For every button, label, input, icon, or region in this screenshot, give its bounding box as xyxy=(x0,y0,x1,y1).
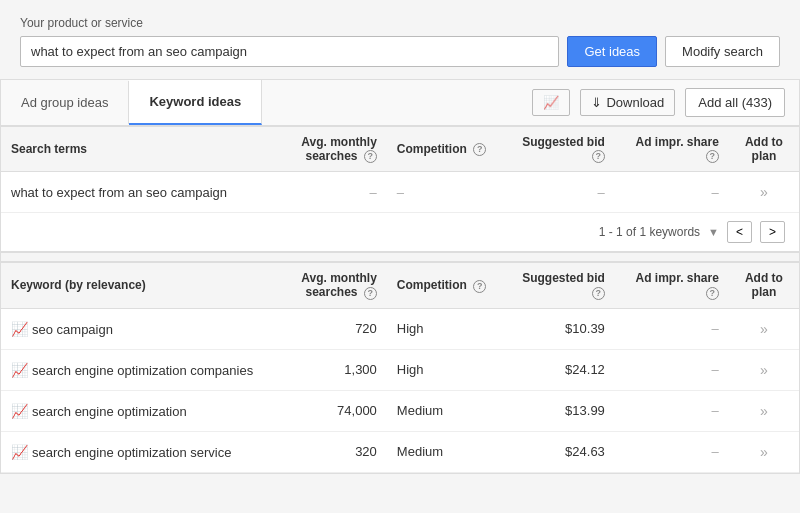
kw-add-chevron-icon[interactable]: » xyxy=(760,362,768,378)
search-term-cell: what to expect from an seo campaign xyxy=(1,172,264,213)
col-header-kw-suggested-bid: Suggested bid ? xyxy=(501,263,615,308)
pagination-row: 1 - 1 of 1 keywords ▼ < > xyxy=(1,213,799,252)
top-search-area: Your product or service Get ideas Modify… xyxy=(0,0,800,80)
col-header-competition: Competition ? xyxy=(387,127,501,172)
kw-ad-impr-help-icon[interactable]: ? xyxy=(706,287,719,300)
keyword-cell: 📈search engine optimization xyxy=(1,390,264,431)
kw-add-chevron-icon[interactable]: » xyxy=(760,321,768,337)
trend-chart-button[interactable]: 📈 xyxy=(532,89,570,116)
kw-competition-help-icon[interactable]: ? xyxy=(473,280,486,293)
kw-avg-monthly-cell: 74,000 xyxy=(264,390,387,431)
kw-add-chevron-icon[interactable]: » xyxy=(760,444,768,460)
search-terms-table: Search terms Avg. monthly searches ? Com… xyxy=(1,126,799,213)
get-ideas-button[interactable]: Get ideas xyxy=(567,36,657,67)
trend-icon: 📈 xyxy=(11,362,28,378)
col-header-suggested-bid: Suggested bid ? xyxy=(501,127,615,172)
table-row: what to expect from an seo campaign – – … xyxy=(1,172,799,213)
table-row: 📈search engine optimization service 320 … xyxy=(1,431,799,472)
kw-suggested-bid-cell: $24.63 xyxy=(501,431,615,472)
pagination-info: 1 - 1 of 1 keywords xyxy=(599,225,700,239)
col-header-kw-ad-impr-share: Ad impr. share ? xyxy=(615,263,729,308)
competition-help-icon[interactable]: ? xyxy=(473,143,486,156)
kw-avg-help-icon[interactable]: ? xyxy=(364,287,377,300)
search-input[interactable] xyxy=(20,36,559,67)
kw-avg-monthly-cell: 320 xyxy=(264,431,387,472)
competition-cell: – xyxy=(387,172,501,213)
kw-competition-cell: Medium xyxy=(387,390,501,431)
col-header-kw-avg-monthly: Avg. monthly searches ? xyxy=(264,263,387,308)
trend-icon: 📈 xyxy=(11,444,28,460)
kw-add-to-plan-cell: » xyxy=(729,349,799,390)
kw-add-to-plan-cell: » xyxy=(729,308,799,349)
col-header-kw-add-to-plan: Add to plan xyxy=(729,263,799,308)
keyword-cell: 📈search engine optimization companies xyxy=(1,349,264,390)
add-all-button[interactable]: Add all (433) xyxy=(685,88,785,117)
col-header-add-to-plan: Add to plan xyxy=(729,127,799,172)
keyword-cell: 📈search engine optimization service xyxy=(1,431,264,472)
kw-ad-impr-cell: – xyxy=(615,308,729,349)
kw-competition-cell: High xyxy=(387,308,501,349)
table-row: 📈seo campaign 720 High $10.39 – » xyxy=(1,308,799,349)
search-row: Get ideas Modify search xyxy=(20,36,780,67)
pagination-next-button[interactable]: > xyxy=(760,221,785,243)
add-to-plan-cell: » xyxy=(729,172,799,213)
trend-icon: 📈 xyxy=(11,403,28,419)
kw-suggested-bid-cell: $13.99 xyxy=(501,390,615,431)
kw-suggested-bid-help-icon[interactable]: ? xyxy=(592,287,605,300)
download-button[interactable]: ⇓ Download xyxy=(580,89,675,116)
tabs-right-actions: 📈 ⇓ Download Add all (433) xyxy=(532,88,799,117)
avg-monthly-cell: – xyxy=(264,172,387,213)
ad-impr-cell: – xyxy=(615,172,729,213)
col-header-avg-monthly: Avg. monthly searches ? xyxy=(264,127,387,172)
kw-add-to-plan-cell: » xyxy=(729,431,799,472)
section-divider xyxy=(1,252,799,262)
col-header-kw-competition: Competition ? xyxy=(387,263,501,308)
kw-competition-cell: Medium xyxy=(387,431,501,472)
kw-suggested-bid-cell: $24.12 xyxy=(501,349,615,390)
suggested-bid-help-icon[interactable]: ? xyxy=(592,150,605,163)
col-header-ad-impr-share: Ad impr. share ? xyxy=(615,127,729,172)
pagination-prev-button[interactable]: < xyxy=(727,221,752,243)
main-area: Ad group ideas Keyword ideas 📈 ⇓ Downloa… xyxy=(0,80,800,474)
keyword-cell: 📈seo campaign xyxy=(1,308,264,349)
kw-competition-cell: High xyxy=(387,349,501,390)
kw-ad-impr-cell: – xyxy=(615,431,729,472)
suggested-bid-cell: – xyxy=(501,172,615,213)
download-icon: ⇓ xyxy=(591,95,602,110)
table-row: 📈search engine optimization 74,000 Mediu… xyxy=(1,390,799,431)
col-header-search-terms: Search terms xyxy=(1,127,264,172)
tab-ad-group-ideas[interactable]: Ad group ideas xyxy=(1,81,129,124)
kw-ad-impr-cell: – xyxy=(615,349,729,390)
trend-icon: 📈 xyxy=(11,321,28,337)
table-row: 📈search engine optimization companies 1,… xyxy=(1,349,799,390)
add-chevron-icon[interactable]: » xyxy=(760,184,768,200)
kw-suggested-bid-cell: $10.39 xyxy=(501,308,615,349)
search-label: Your product or service xyxy=(20,16,780,30)
trend-chart-icon: 📈 xyxy=(543,95,559,110)
kw-add-chevron-icon[interactable]: » xyxy=(760,403,768,419)
modify-search-button[interactable]: Modify search xyxy=(665,36,780,67)
kw-ad-impr-cell: – xyxy=(615,390,729,431)
tab-keyword-ideas[interactable]: Keyword ideas xyxy=(129,80,262,125)
col-header-keyword: Keyword (by relevance) xyxy=(1,263,264,308)
kw-avg-monthly-cell: 720 xyxy=(264,308,387,349)
tabs-row: Ad group ideas Keyword ideas 📈 ⇓ Downloa… xyxy=(1,80,799,126)
kw-avg-monthly-cell: 1,300 xyxy=(264,349,387,390)
avg-help-icon[interactable]: ? xyxy=(364,150,377,163)
kw-add-to-plan-cell: » xyxy=(729,390,799,431)
ad-impr-help-icon[interactable]: ? xyxy=(706,150,719,163)
pagination-dropdown-icon[interactable]: ▼ xyxy=(708,226,719,238)
keywords-table: Keyword (by relevance) Avg. monthly sear… xyxy=(1,262,799,472)
